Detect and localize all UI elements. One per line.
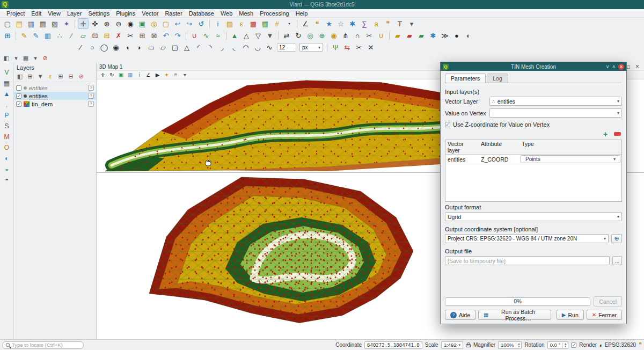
ellipse-extent-icon[interactable]: ◖ (122, 42, 133, 53)
digitize-with-curve-icon[interactable]: ∿ (201, 30, 211, 41)
messages-icon[interactable]: ❞ (639, 341, 642, 348)
modify-attributes-icon[interactable]: ⊟ (101, 30, 112, 41)
model-designer-icon[interactable]: ✱ (428, 30, 438, 41)
close-panel-icon[interactable]: ✕ (634, 63, 641, 70)
output-crs-select[interactable]: Project CRS: EPSG:32620 - WGS 84 / UTM z… (445, 234, 609, 243)
circle-2points-icon[interactable]: ○ (87, 42, 98, 53)
deselect-panel-icon[interactable]: ⊘ (41, 54, 49, 62)
restore-dialog-icon[interactable]: ∧ (612, 64, 616, 69)
animations-icon[interactable]: ▶ (153, 71, 162, 79)
open-attribute-table-icon[interactable]: ▦ (260, 18, 270, 29)
select-crs-button[interactable]: ⊕ (611, 234, 622, 243)
add-delimited-text-icon[interactable]: , (2, 100, 12, 110)
pan-to-selection-icon[interactable]: ✜ (90, 18, 100, 29)
ellipse-center-icon[interactable]: ◗ (134, 42, 145, 53)
check-geometry-red-icon[interactable]: ▰ (404, 30, 415, 41)
deselect-all-icon[interactable]: ▩ (248, 18, 259, 29)
fill-ring-icon[interactable]: ◉ (328, 30, 339, 41)
browse-file-button[interactable]: … (612, 256, 622, 265)
render-checkbox[interactable]: ✓ (571, 342, 576, 348)
menu-item-web[interactable]: Web (217, 10, 236, 17)
measure-3d-icon[interactable]: ∠ (144, 71, 152, 79)
add-layer-row-button[interactable]: + (601, 130, 610, 138)
save-layer-edits-icon[interactable]: ▥ (42, 30, 53, 41)
menu-item-settings[interactable]: Settings (85, 10, 113, 17)
run-button[interactable]: ▶ Run (557, 310, 584, 320)
decorations-icon[interactable]: ❞ (383, 18, 393, 29)
map-theme-icon[interactable]: ▦ (21, 54, 30, 62)
digitize-segment-icon[interactable]: ∕ (75, 42, 86, 53)
output-file-input[interactable] (445, 256, 610, 265)
layer-styling-dock-icon[interactable]: ◧ (2, 54, 11, 62)
open-layer-styling-icon[interactable]: ◧ (16, 72, 24, 81)
menu-item-edit[interactable]: Edit (28, 10, 45, 17)
vertex-tool-icon[interactable]: ⊡ (90, 30, 100, 41)
zoom-full-3d-icon[interactable]: ▣ (117, 71, 125, 79)
circle-center-point-icon[interactable]: ◉ (111, 42, 121, 53)
remove-layer-icon[interactable]: ⊘ (77, 72, 85, 81)
mesh-digitizing-icon[interactable]: ▲ (229, 30, 240, 41)
identify-features-icon[interactable]: i (213, 18, 223, 29)
circle-3points-icon[interactable]: ◯ (99, 42, 109, 53)
camera-pan-icon[interactable]: ✛ (99, 71, 107, 79)
check-geometry-green-icon[interactable]: ▰ (416, 30, 427, 41)
zoom-last-icon[interactable]: ↩ (172, 18, 183, 29)
print-layout-icon[interactable]: ▦ (38, 18, 48, 29)
paste-features-icon[interactable]: ⊠ (149, 30, 159, 41)
temporal-controller-icon[interactable]: ◔ (283, 18, 294, 29)
statistical-summary-icon[interactable]: ∑ (359, 18, 370, 29)
layer-label[interactable]: tin_dem (32, 101, 53, 107)
close-button[interactable]: ✕ Fermer (587, 310, 622, 320)
layer-visibility-checkbox[interactable]: ✓ (16, 101, 21, 107)
measure-line-icon[interactable]: ∠ (300, 18, 311, 29)
pan-map-icon[interactable]: ✛ (78, 18, 89, 29)
value-on-vertex-select[interactable]: ▾ (489, 108, 622, 118)
reshape-features-icon[interactable]: ⋔ (340, 30, 351, 41)
menu-item-project[interactable]: Project (3, 10, 28, 17)
trim-extend-icon[interactable]: ✂ (354, 42, 364, 53)
table-row[interactable]: entities Z_COORD Points ▾ (445, 155, 621, 164)
layout-manager-icon[interactable]: ▧ (49, 18, 60, 29)
curve-half-down-icon[interactable]: ◡ (252, 42, 263, 53)
arc-upper-right-icon[interactable]: ◝ (205, 42, 216, 53)
add-line-feature-icon[interactable]: ∕ (66, 30, 77, 41)
arc-upper-icon[interactable]: ◜ (193, 42, 204, 53)
help-button[interactable]: ? Aide (445, 310, 475, 320)
add-spatialite-layer-icon[interactable]: S (2, 121, 12, 131)
add-vector-layer-icon[interactable]: V (2, 68, 12, 77)
new-project-icon[interactable]: ▢ (2, 18, 13, 29)
refresh-map-icon[interactable]: ↺ (196, 18, 207, 29)
add-wms-layer-icon[interactable]: ◐ (2, 154, 12, 163)
arc-lower-left-icon[interactable]: ◟ (229, 42, 239, 53)
layer-label[interactable]: entities (29, 93, 48, 99)
settings-ring-icon[interactable]: ● (451, 30, 462, 41)
save-project-icon[interactable]: ▥ (26, 18, 36, 29)
minimize-dialog-icon[interactable]: ∨ (606, 64, 610, 69)
add-mssql-layer-icon[interactable]: M (2, 132, 12, 142)
cell-type-select[interactable]: Points ▾ (521, 155, 620, 163)
menu-item-view[interactable]: View (45, 10, 64, 17)
options-menu-3d-icon[interactable]: ▾ (181, 71, 189, 79)
tab-log[interactable]: Log (487, 74, 508, 83)
layer-visibility-checkbox[interactable] (16, 85, 21, 91)
spin-down-icon[interactable]: ▼ (517, 345, 520, 348)
lock-scale-icon[interactable] (466, 344, 471, 347)
zoom-to-layer-icon[interactable]: ▢ (160, 18, 171, 29)
spinner-arrows[interactable]: ▲ ▼ (516, 342, 521, 348)
use-z-coordinate-checkbox[interactable]: ✓ (445, 122, 450, 127)
zoom-native-icon[interactable]: ◉ (125, 18, 136, 29)
layer-row-entities[interactable]: ✓ entities ? (14, 92, 96, 100)
rotation-spinner[interactable]: 0.0 ° ▲ ▼ (547, 341, 569, 349)
offset-curve-icon[interactable]: ∩ (352, 30, 363, 41)
select-features-icon[interactable]: ▨ (224, 18, 235, 29)
layer-crs-warning-badge[interactable]: ? (88, 85, 94, 91)
zoom-in-icon[interactable]: ⊕ (101, 18, 112, 29)
processing-toolbox-icon[interactable]: ✱ (347, 18, 358, 29)
layer-crs-warning-badge[interactable]: ? (88, 93, 94, 99)
expand-all-icon[interactable]: ⊞ (56, 72, 65, 81)
menu-item-plugins[interactable]: Plugins (113, 10, 138, 17)
spinner-arrows[interactable]: ▲ ▼ (562, 342, 568, 348)
current-edits-icon[interactable]: ✎ (19, 30, 30, 41)
menu-item-database[interactable]: Database (186, 10, 217, 17)
collapse-all-icon[interactable]: ⊟ (67, 72, 75, 81)
